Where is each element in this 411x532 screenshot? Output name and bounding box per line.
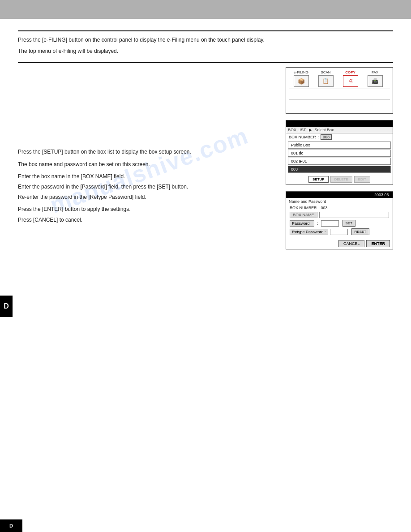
- tab-scan-label: SCAN: [321, 70, 330, 74]
- section2-text4: Enter the password in the [Password] fie…: [18, 183, 277, 191]
- box-list-item-003[interactable]: 003: [288, 166, 391, 173]
- cancel-button[interactable]: CANCEL: [338, 240, 365, 247]
- delete-button[interactable]: DELETE: [330, 176, 352, 183]
- section-divider-2: [18, 62, 393, 63]
- pw-retype-input[interactable]: [330, 229, 348, 235]
- box-list-nav-arrow: ▶: [309, 128, 312, 132]
- section2-text5: Re-enter the password in the [Retype Pas…: [18, 193, 277, 202]
- bottom-block: D: [0, 519, 22, 532]
- section2-text: Press the [SETUP] button on the box list…: [18, 67, 277, 256]
- box-list-black-header: [286, 120, 393, 127]
- fax-icon-box: 📠: [368, 75, 383, 87]
- pw-box-number-row: BOX NUMBER : 003: [286, 205, 393, 211]
- box-number-row: BOX NUMBER : 003: [286, 133, 393, 141]
- box-list-item-002[interactable]: 002 a-01: [288, 158, 391, 165]
- pw-retype-label: Retype Password :: [290, 229, 328, 235]
- sidebar-block-letter: D: [4, 302, 9, 310]
- reset-button[interactable]: RESET: [351, 228, 370, 235]
- box-number-value: 003: [321, 134, 332, 140]
- enter-button[interactable]: ENTER: [366, 240, 390, 247]
- password-panel: 2003.06. Name and Password BOX NUMBER : …: [286, 191, 393, 249]
- scan-icon-box: 📋: [318, 75, 334, 87]
- tab-fax[interactable]: FAX 📠: [363, 70, 387, 87]
- pw-header-date: 2003.06.: [374, 193, 390, 197]
- tab-efiling-label: e-FILING: [294, 70, 308, 74]
- section2-text1: Press the [SETUP] button on the box list…: [18, 148, 277, 156]
- box-list-nav-label: BOX LIST: [288, 128, 306, 132]
- fax-icon: 📠: [372, 78, 378, 84]
- efiling-icon: 📦: [298, 78, 305, 85]
- pw-password-colon: :: [316, 221, 319, 226]
- panel-blank-2: [289, 101, 390, 110]
- box-list-nav-select: Select Box: [315, 128, 334, 132]
- panel-blank-1: [289, 91, 390, 100]
- pw-box-name-input[interactable]: [319, 212, 389, 218]
- box-list-item-public[interactable]: Public Box: [288, 142, 391, 149]
- ui-panels-column: e-FILING 📦 SCAN 📋 COPY: [286, 67, 393, 256]
- pw-password-row: Password : SET: [286, 219, 393, 227]
- tab-scan[interactable]: SCAN 📋: [313, 70, 338, 87]
- pw-password-input[interactable]: [321, 220, 339, 227]
- pw-bottom-buttons: CANCEL ENTER: [286, 238, 393, 249]
- section-divider-1: [18, 30, 393, 31]
- tabs-panel: e-FILING 📦 SCAN 📋 COPY: [286, 67, 393, 114]
- pw-box-name-label: BOX NAME: [290, 212, 317, 218]
- edit-button[interactable]: EDIT: [354, 176, 370, 183]
- pw-box-name-row: BOX NAME: [286, 211, 393, 219]
- box-list-panel: BOX LIST ▶ Select Box BOX NUMBER : 003 P…: [286, 120, 393, 185]
- box-buttons-row: SETUP DELETE EDIT: [286, 174, 393, 184]
- scan-icon: 📋: [322, 78, 329, 84]
- set-button[interactable]: SET: [342, 220, 356, 227]
- section2-text6: Press the [ENTER] button to apply the se…: [18, 205, 277, 214]
- pw-retype-row: Retype Password : RESET: [286, 227, 393, 236]
- tab-copy[interactable]: COPY 🖨: [338, 70, 363, 87]
- bottom-block-letter: D: [9, 523, 13, 528]
- box-number-label: BOX NUMBER: [289, 135, 316, 139]
- pw-title: Name and Password: [286, 198, 393, 205]
- copy-icon-box: 🖨: [343, 75, 358, 87]
- pw-box-number-value: : 003: [319, 206, 328, 210]
- section2-text7: Press [CANCEL] to cancel.: [18, 216, 277, 224]
- section1-text2: The top menu of e-Filing will be display…: [18, 47, 393, 56]
- pw-black-header: 2003.06.: [286, 192, 393, 198]
- pw-password-label: Password: [290, 220, 314, 227]
- section1-text1: Press the [e-FILING] button on the contr…: [18, 36, 393, 44]
- box-list-nav: BOX LIST ▶ Select Box: [286, 127, 393, 133]
- pw-box-number-label: BOX NUMBER: [290, 206, 317, 210]
- sidebar-block-d: D: [0, 296, 13, 317]
- tabs-row: e-FILING 📦 SCAN 📋 COPY: [289, 70, 390, 89]
- tab-efiling[interactable]: e-FILING 📦: [289, 70, 313, 87]
- top-header-bar: [0, 0, 411, 19]
- efiling-icon-box: 📦: [294, 75, 309, 87]
- setup-button[interactable]: SETUP: [308, 176, 329, 183]
- copy-icon: 🖨: [348, 78, 353, 84]
- section2-text3: Enter the box name in the [BOX NAME] fie…: [18, 172, 277, 181]
- box-list-item-001[interactable]: 001 dc: [288, 150, 391, 157]
- tab-fax-label: FAX: [372, 70, 378, 74]
- section2-text2: The box name and password can be set on …: [18, 160, 277, 169]
- tab-copy-label: COPY: [345, 70, 355, 74]
